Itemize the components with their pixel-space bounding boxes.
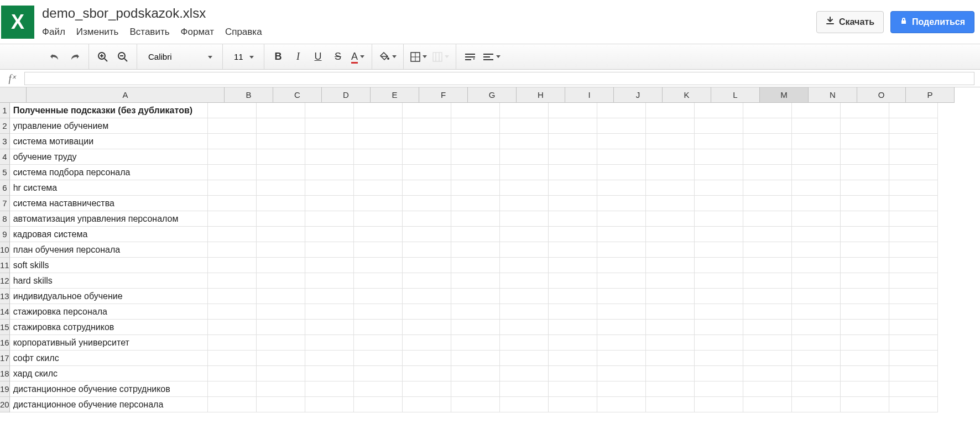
cell-F13[interactable]: [403, 289, 451, 304]
cell-O16[interactable]: [841, 335, 889, 351]
cell-H6[interactable]: [500, 180, 549, 196]
cell-L16[interactable]: [695, 335, 743, 351]
cell-G4[interactable]: [451, 149, 500, 165]
cell-I9[interactable]: [549, 227, 597, 242]
cell-H2[interactable]: [500, 118, 549, 134]
cell-C3[interactable]: [257, 134, 305, 149]
cell-P3[interactable]: [889, 134, 938, 149]
cell-D19[interactable]: [305, 381, 354, 397]
cell-A7[interactable]: система наставничества: [10, 196, 208, 211]
cell-J5[interactable]: [597, 165, 646, 180]
cell-D9[interactable]: [305, 227, 354, 242]
cell-H1[interactable]: [500, 103, 549, 118]
cell-B6[interactable]: [208, 180, 257, 196]
cell-K16[interactable]: [646, 335, 695, 351]
column-header-L[interactable]: L: [711, 87, 760, 103]
cell-I4[interactable]: [549, 149, 597, 165]
cell-L19[interactable]: [695, 381, 743, 397]
cell-O12[interactable]: [841, 273, 889, 289]
cell-C1[interactable]: [257, 103, 305, 118]
cell-G18[interactable]: [451, 366, 500, 381]
cell-H11[interactable]: [500, 258, 549, 273]
row-header-10[interactable]: 10: [0, 242, 10, 258]
row-header-14[interactable]: 14: [0, 304, 10, 320]
cell-B20[interactable]: [208, 397, 257, 412]
cell-H14[interactable]: [500, 304, 549, 320]
cell-D3[interactable]: [305, 134, 354, 149]
cell-B16[interactable]: [208, 335, 257, 351]
cell-A15[interactable]: стажировка сотрудников: [10, 320, 208, 335]
cell-C6[interactable]: [257, 180, 305, 196]
cell-M11[interactable]: [743, 258, 792, 273]
cell-K14[interactable]: [646, 304, 695, 320]
cell-G13[interactable]: [451, 289, 500, 304]
cell-H20[interactable]: [500, 397, 549, 412]
cell-N12[interactable]: [792, 273, 841, 289]
cell-I13[interactable]: [549, 289, 597, 304]
cell-K9[interactable]: [646, 227, 695, 242]
cell-N17[interactable]: [792, 351, 841, 366]
cell-E6[interactable]: [354, 180, 403, 196]
cell-O10[interactable]: [841, 242, 889, 258]
cell-B14[interactable]: [208, 304, 257, 320]
cell-G5[interactable]: [451, 165, 500, 180]
cell-P10[interactable]: [889, 242, 938, 258]
cell-C13[interactable]: [257, 289, 305, 304]
cell-C4[interactable]: [257, 149, 305, 165]
cell-A4[interactable]: обучение труду: [10, 149, 208, 165]
cell-F17[interactable]: [403, 351, 451, 366]
cell-F8[interactable]: [403, 211, 451, 227]
cell-L15[interactable]: [695, 320, 743, 335]
cell-A1[interactable]: Полученные подсказки (без дубликатов): [10, 103, 208, 118]
cell-B17[interactable]: [208, 351, 257, 366]
font-family-select[interactable]: Calibri: [144, 49, 216, 65]
cell-I2[interactable]: [549, 118, 597, 134]
cell-P11[interactable]: [889, 258, 938, 273]
cell-N10[interactable]: [792, 242, 841, 258]
cell-F3[interactable]: [403, 134, 451, 149]
cell-M6[interactable]: [743, 180, 792, 196]
redo-button[interactable]: [67, 49, 82, 65]
cell-F12[interactable]: [403, 273, 451, 289]
cell-E15[interactable]: [354, 320, 403, 335]
cell-D20[interactable]: [305, 397, 354, 412]
cell-M13[interactable]: [743, 289, 792, 304]
cell-C7[interactable]: [257, 196, 305, 211]
cell-M3[interactable]: [743, 134, 792, 149]
cell-O19[interactable]: [841, 381, 889, 397]
cell-J17[interactable]: [597, 351, 646, 366]
cell-L11[interactable]: [695, 258, 743, 273]
cell-N1[interactable]: [792, 103, 841, 118]
cell-O2[interactable]: [841, 118, 889, 134]
cell-P14[interactable]: [889, 304, 938, 320]
underline-button[interactable]: U: [311, 49, 325, 65]
cell-P19[interactable]: [889, 381, 938, 397]
cell-B3[interactable]: [208, 134, 257, 149]
cell-M10[interactable]: [743, 242, 792, 258]
cell-E20[interactable]: [354, 397, 403, 412]
cell-C17[interactable]: [257, 351, 305, 366]
cell-L13[interactable]: [695, 289, 743, 304]
cell-H15[interactable]: [500, 320, 549, 335]
cell-O5[interactable]: [841, 165, 889, 180]
cell-A19[interactable]: дистанционное обучение сотрудников: [10, 381, 208, 397]
cell-K8[interactable]: [646, 211, 695, 227]
cell-M7[interactable]: [743, 196, 792, 211]
cell-I1[interactable]: [549, 103, 597, 118]
row-header-15[interactable]: 15: [0, 320, 10, 335]
cells-area[interactable]: Полученные подсказки (без дубликатов)упр…: [10, 103, 938, 412]
cell-G17[interactable]: [451, 351, 500, 366]
cell-K7[interactable]: [646, 196, 695, 211]
cell-I3[interactable]: [549, 134, 597, 149]
cell-O6[interactable]: [841, 180, 889, 196]
cell-B7[interactable]: [208, 196, 257, 211]
cell-P17[interactable]: [889, 351, 938, 366]
cell-I17[interactable]: [549, 351, 597, 366]
cell-J9[interactable]: [597, 227, 646, 242]
cell-M19[interactable]: [743, 381, 792, 397]
cell-O17[interactable]: [841, 351, 889, 366]
column-header-N[interactable]: N: [809, 87, 857, 103]
cell-M12[interactable]: [743, 273, 792, 289]
cell-J13[interactable]: [597, 289, 646, 304]
cell-A8[interactable]: автоматизация управления персоналом: [10, 211, 208, 227]
